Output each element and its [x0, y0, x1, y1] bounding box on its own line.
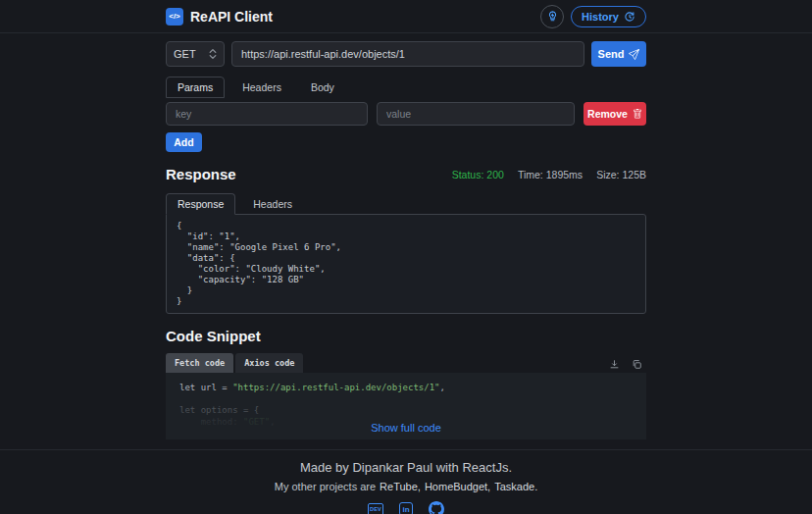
project-link-taskade[interactable]: Taskade.	[494, 481, 537, 492]
header-actions: History	[540, 5, 646, 28]
code-snippet-heading: Code Snippet	[166, 328, 261, 344]
theme-toggle-button[interactable]	[540, 5, 564, 28]
send-button[interactable]: Send	[591, 41, 646, 67]
app-title: ReAPI Client	[190, 9, 273, 25]
projects-prefix: My other projects are	[275, 481, 376, 492]
lightbulb-icon	[546, 10, 559, 23]
app-header: </> ReAPI Client History	[0, 0, 812, 33]
tab-params[interactable]: Params	[166, 77, 225, 98]
devto-icon: DEV	[368, 503, 383, 514]
response-status: Status: 200	[452, 169, 504, 180]
response-section-head: Response Status: 200 Time: 1895ms Size: …	[166, 166, 646, 182]
tab-fetch-code[interactable]: Fetch code	[166, 353, 233, 373]
tab-axios-code[interactable]: Axios code	[235, 353, 303, 373]
response-tab-headers[interactable]: Headers	[241, 193, 304, 215]
request-bar: GET Send	[166, 41, 646, 67]
main-content: GET Send Params Headers Body Remove	[166, 41, 646, 439]
size-value: 125B	[622, 169, 646, 180]
code-snippet-body: let url = "https://api.restful-api.dev/o…	[166, 373, 646, 439]
response-time: Time: 1895ms	[518, 169, 583, 180]
status-value: 200	[486, 169, 504, 180]
trash-icon	[633, 109, 642, 119]
github-icon	[429, 501, 444, 514]
send-button-label: Send	[598, 48, 625, 60]
logo-glyph: </>	[169, 12, 180, 21]
made-by-text: Made by Dipankar Paul with ReactJs.	[0, 460, 812, 475]
code-blank-line	[179, 394, 633, 406]
time-value: 1895ms	[546, 169, 583, 180]
copy-code-button[interactable]	[632, 359, 642, 370]
download-code-button[interactable]	[609, 359, 620, 370]
history-button-label: History	[582, 11, 619, 23]
code-line: let options = {	[179, 405, 633, 417]
response-tabs: Response Headers	[166, 193, 646, 215]
response-meta: Status: 200 Time: 1895ms Size: 125B	[452, 169, 646, 180]
time-label: Time:	[518, 169, 543, 180]
code-snippet-actions	[609, 359, 646, 373]
method-select[interactable]: GET	[166, 41, 225, 67]
project-link-retube[interactable]: ReTube,	[380, 481, 421, 492]
linkedin-link[interactable]: in	[399, 502, 413, 514]
app-logo[interactable]: </> ReAPI Client	[166, 8, 273, 26]
request-tabs: Params Headers Body	[166, 77, 646, 98]
linkedin-icon: in	[399, 502, 413, 514]
devto-link[interactable]: DEV	[368, 503, 383, 514]
url-input[interactable]	[231, 41, 584, 67]
response-size: Size: 125B	[596, 169, 646, 180]
remove-button-label: Remove	[587, 108, 628, 120]
response-heading: Response	[166, 166, 236, 182]
param-row: Remove	[166, 102, 646, 126]
method-select-value: GET	[174, 48, 196, 60]
show-full-code-link[interactable]: Show full code	[371, 422, 441, 434]
remove-param-button[interactable]: Remove	[584, 102, 646, 126]
select-chevrons-icon	[209, 48, 217, 60]
param-key-input[interactable]	[166, 102, 368, 126]
size-label: Size:	[596, 169, 619, 180]
social-links: DEV in	[0, 501, 812, 514]
code-brackets-icon: </>	[166, 8, 183, 26]
paper-plane-icon	[629, 49, 639, 60]
tab-headers[interactable]: Headers	[230, 77, 293, 98]
param-value-input[interactable]	[377, 102, 575, 126]
download-icon	[609, 359, 620, 370]
copy-icon	[632, 359, 642, 370]
code-line: let url = "https://api.restful-api.dev/o…	[179, 383, 633, 394]
project-link-homebudget[interactable]: HomeBudget,	[425, 481, 490, 492]
add-param-button[interactable]: Add	[166, 132, 202, 152]
history-button[interactable]: History	[571, 6, 646, 27]
show-full-code-wrap: Show full code	[166, 423, 646, 436]
code-snippet-tabs: Fetch code Axios code	[166, 353, 303, 373]
clock-history-icon	[624, 11, 635, 23]
code-snippet-header: Fetch code Axios code	[166, 352, 646, 373]
status-label: Status:	[452, 169, 484, 180]
response-tab-response[interactable]: Response	[166, 193, 235, 215]
response-body-json: { "id": "1", "name": "Google Pixel 6 Pro…	[166, 214, 646, 314]
other-projects-text: My other projects areReTube,HomeBudget,T…	[0, 481, 812, 492]
page-footer: Made by Dipankar Paul with ReactJs. My o…	[0, 449, 812, 514]
github-link[interactable]	[429, 501, 444, 514]
tab-body[interactable]: Body	[299, 77, 346, 98]
code-snippet-section-head: Code Snippet	[166, 328, 646, 344]
code-snippet-card: Fetch code Axios code	[166, 352, 646, 439]
